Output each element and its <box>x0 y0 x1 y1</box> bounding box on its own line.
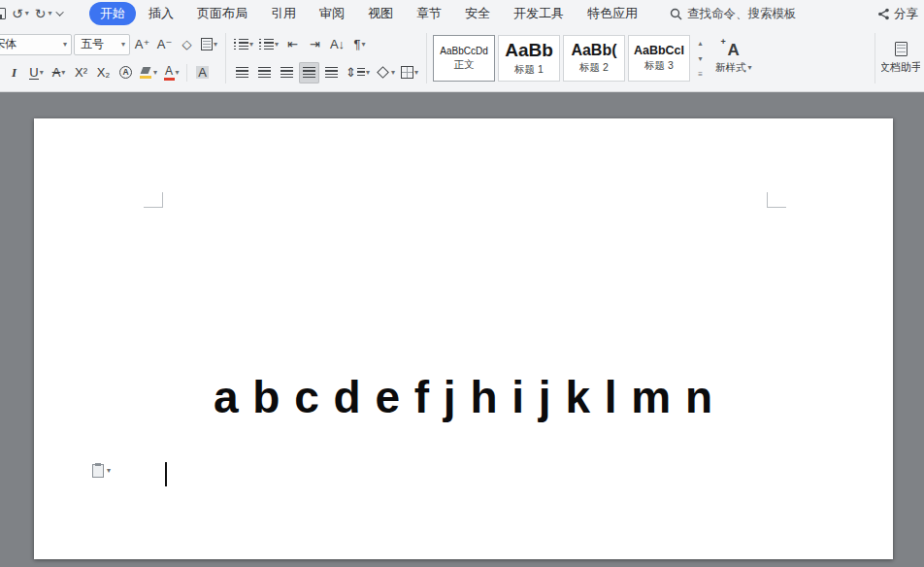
chevron-down-icon: ▾ <box>391 69 395 77</box>
home-ribbon: 宋体 ▾ 五号 ▾ A⁺ A⁻ ◇ ▾ I U ▾ <box>0 27 924 92</box>
gallery-more-button[interactable]: ≡ <box>693 67 708 82</box>
bullet-list-button[interactable]: ▾ <box>232 34 255 55</box>
chevron-down-icon: ▾ <box>121 41 125 49</box>
decrease-indent-button[interactable]: ⇤ <box>282 34 303 55</box>
document-canvas: a b c d e f j h i j k l m n ▾ <box>0 92 924 567</box>
style-name: 标题 1 <box>514 63 544 77</box>
tab-section[interactable]: 章节 <box>406 2 452 25</box>
customize-quickbar-button[interactable] <box>57 9 65 18</box>
tab-security[interactable]: 安全 <box>454 2 501 25</box>
subscript-button[interactable]: X₂ <box>93 62 114 83</box>
document-assistant-icon <box>895 42 908 56</box>
font-name-value: 宋体 <box>0 36 16 52</box>
chevron-down-icon: ▾ <box>362 41 366 49</box>
shading-button[interactable]: ▾ <box>374 62 397 83</box>
align-right-button[interactable] <box>277 62 297 83</box>
justify-button[interactable] <box>299 62 319 83</box>
style-heading-1[interactable]: AaBb 标题 1 <box>498 35 560 82</box>
font-size-combobox[interactable]: 五号 ▾ <box>74 34 130 55</box>
show-paragraph-marks-button[interactable]: ¶ ▾ <box>349 34 370 55</box>
character-shading-button[interactable]: A <box>192 62 213 83</box>
borders-icon <box>401 66 413 79</box>
tab-review[interactable]: 审阅 <box>309 2 355 25</box>
style-sample: AaBbCcI <box>634 44 684 57</box>
justify-icon <box>303 67 315 78</box>
tab-home[interactable]: 开始 <box>89 2 136 25</box>
divider <box>874 33 875 83</box>
style-name: 标题 2 <box>579 61 609 75</box>
search-label: 查找命令、搜索模板 <box>687 6 797 22</box>
line-spacing-button[interactable]: ⇕ ▾ <box>344 62 372 83</box>
tab-references[interactable]: 引用 <box>260 2 307 25</box>
shading-icon <box>377 66 389 79</box>
clear-formatting-button[interactable]: ◇ <box>177 34 197 55</box>
chevron-down-icon: ▾ <box>25 10 29 17</box>
enclose-characters-button[interactable]: A <box>116 62 136 83</box>
undo-button[interactable]: ↺ ▾ <box>11 5 30 22</box>
save-button[interactable] <box>0 6 7 21</box>
divider <box>186 64 187 82</box>
chevron-down-icon: ▾ <box>214 41 217 49</box>
chevron-down-icon <box>55 8 63 16</box>
superscript-button[interactable]: X² <box>71 62 91 83</box>
numbered-list-button[interactable]: ▾ <box>257 34 280 55</box>
gallery-scroll-down-button[interactable]: ▾ <box>693 51 708 66</box>
margin-cropmark-right <box>767 192 786 208</box>
borders-button[interactable]: ▾ <box>399 62 420 83</box>
tab-page-layout[interactable]: 页面布局 <box>186 2 258 25</box>
chevron-down-icon: ▾ <box>366 69 370 77</box>
document-page[interactable]: a b c d e f j h i j k l m n ▾ <box>34 118 893 559</box>
line-spacing-icon: ⇕ <box>346 66 356 79</box>
chevron-down-icon: ▾ <box>48 10 51 17</box>
underline-button[interactable]: U ▾ <box>26 62 47 83</box>
search-icon <box>670 8 682 20</box>
shrink-font-button[interactable]: A⁻ <box>154 34 175 55</box>
share-label: 分享 <box>894 6 918 22</box>
style-heading-3[interactable]: AaBbCcI 标题 3 <box>628 35 690 82</box>
italic-icon: I <box>12 66 16 79</box>
strikethrough-button[interactable]: A ▾ <box>49 62 69 83</box>
font-color-button[interactable]: A ▾ <box>161 62 182 83</box>
style-normal[interactable]: AaBbCcDd 正文 <box>433 35 495 82</box>
share-icon <box>877 8 890 20</box>
chevron-down-icon: ▾ <box>747 64 751 72</box>
text-tools-button[interactable]: ▾ <box>199 34 219 55</box>
align-center-button[interactable] <box>254 62 275 83</box>
font-name-combobox[interactable]: 宋体 ▾ <box>0 34 72 55</box>
tab-view[interactable]: 视图 <box>357 2 404 25</box>
chevron-down-icon: ▾ <box>63 41 67 49</box>
clipboard-icon <box>92 464 104 478</box>
tab-insert[interactable]: 插入 <box>138 2 184 25</box>
font-size-value: 五号 <box>81 36 104 52</box>
grow-font-button[interactable]: A⁺ <box>132 34 152 55</box>
font-group: 宋体 ▾ 五号 ▾ A⁺ A⁻ ◇ ▾ I U ▾ <box>4 33 219 84</box>
redo-button[interactable]: ↻ ▾ <box>34 5 53 22</box>
increase-indent-button[interactable]: ⇥ <box>305 34 325 55</box>
paragraph-mark-icon: ¶ <box>354 38 361 50</box>
quick-access-toolbar: ↺ ▾ ↻ ▾ <box>0 5 89 22</box>
redo-icon: ↻ <box>35 7 47 20</box>
new-style-button[interactable]: +A 新样式 ▾ <box>708 31 760 85</box>
chevron-down-icon: ▾ <box>153 69 157 77</box>
command-search[interactable]: 查找命令、搜索模板 <box>670 6 797 22</box>
share-button[interactable]: 分享 <box>877 6 918 22</box>
font-group-row-2: I U ▾ A ▾ X² X₂ A ▾ A ▾ <box>4 61 219 84</box>
document-assistant-button[interactable]: 文档助手 <box>881 31 920 85</box>
italic-button[interactable]: I <box>4 62 24 83</box>
distribute-text-button[interactable] <box>321 62 342 83</box>
sort-text-button[interactable]: A↓ <box>327 34 347 55</box>
tab-special-features[interactable]: 特色应用 <box>577 2 648 25</box>
chevron-down-icon: ▾ <box>107 467 111 475</box>
paragraph-group-row-1: ▾ ▾ ⇤ ⇥ A↓ ¶ ▾ <box>232 33 420 56</box>
strikethrough-icon: A <box>52 66 61 79</box>
bullet-list-icon <box>234 39 248 50</box>
align-center-icon <box>258 67 271 78</box>
align-left-button[interactable] <box>232 62 252 83</box>
gallery-scroll-up-button[interactable]: ▴ <box>693 36 708 50</box>
paste-options-button[interactable]: ▾ <box>92 464 111 478</box>
style-heading-2[interactable]: AaBb( 标题 2 <box>563 35 625 82</box>
highlight-color-button[interactable]: ▾ <box>138 62 159 83</box>
tab-developer-tools[interactable]: 开发工具 <box>503 2 575 25</box>
increase-indent-icon: ⇥ <box>310 38 320 50</box>
distribute-icon <box>325 67 338 78</box>
